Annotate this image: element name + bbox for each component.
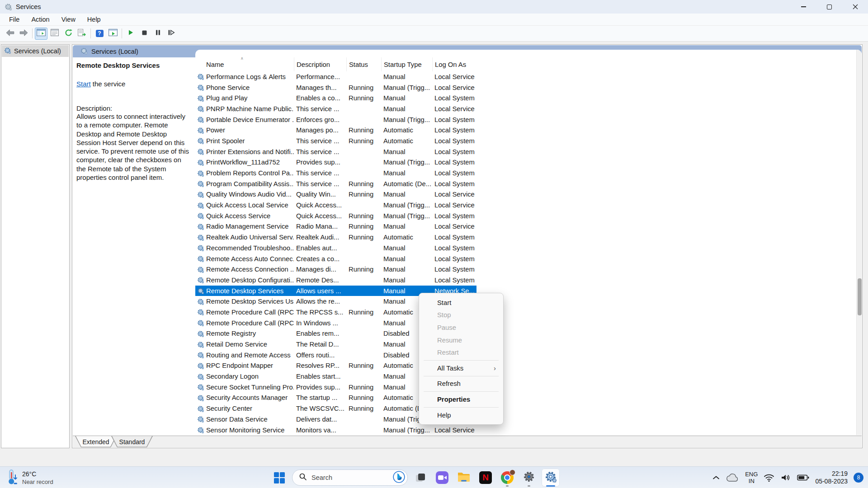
- onedrive-cloud-icon[interactable]: [726, 473, 739, 483]
- column-header-log-on-as[interactable]: Log On As: [432, 57, 476, 71]
- hidden-icons-chevron-icon[interactable]: [712, 475, 720, 480]
- column-header-status[interactable]: Status: [346, 57, 381, 71]
- service-gear-icon: [195, 427, 205, 433]
- service-row[interactable]: Problem Reports Control Pa...This servic…: [195, 168, 476, 178]
- service-description: Provides sup...: [294, 159, 346, 166]
- service-row[interactable]: Printer Extensions and Notifi...This ser…: [195, 146, 476, 157]
- service-row[interactable]: PrintWorkflow_111ad752Provides sup...Man…: [195, 157, 476, 168]
- service-name: Sensor Monitoring Service: [205, 427, 294, 434]
- stop-service-icon: [142, 29, 147, 38]
- service-log-on-as: Local System: [432, 159, 476, 166]
- service-description: Quality Win...: [294, 191, 346, 198]
- service-row[interactable]: Performance Logs & AlertsPerformance...M…: [195, 71, 476, 82]
- export-list-button[interactable]: [75, 28, 88, 40]
- menu-view[interactable]: View: [56, 14, 81, 25]
- service-row[interactable]: PNRP Machine Name Public...This service …: [195, 103, 476, 114]
- service-row[interactable]: Quick Access ServiceQuick Access...Runni…: [195, 211, 476, 221]
- settings-button[interactable]: [520, 469, 538, 487]
- notification-badge[interactable]: 8: [854, 473, 863, 483]
- service-row[interactable]: Remote Access Connection ...Manages di..…: [195, 264, 476, 275]
- context-menu-item-properties[interactable]: Properties: [419, 393, 503, 406]
- pause-service-button[interactable]: [151, 28, 164, 40]
- tab-extended[interactable]: Extended: [75, 436, 117, 447]
- tab-label: Extended: [75, 436, 117, 447]
- context-menu-item-start[interactable]: Start: [419, 296, 503, 309]
- service-row[interactable]: Recommended Troubleshoo...Enables aut...…: [195, 243, 476, 253]
- battery-icon[interactable]: [797, 474, 809, 481]
- service-row[interactable]: Program Compatibility Assis...This servi…: [195, 178, 476, 189]
- menu-file[interactable]: File: [3, 14, 25, 25]
- tree-item-services-local[interactable]: Services (Local): [2, 45, 69, 57]
- language-line2: IN: [749, 478, 755, 484]
- service-gear-icon: [195, 362, 205, 369]
- column-header-name[interactable]: ∧Name: [195, 57, 294, 71]
- column-header-label: Startup Type: [384, 61, 422, 68]
- file-explorer-button[interactable]: [455, 469, 473, 487]
- services-button[interactable]: [542, 469, 560, 487]
- show-tree-button[interactable]: [35, 28, 47, 40]
- volume-icon[interactable]: [780, 473, 791, 482]
- scrollbar-thumb[interactable]: [858, 278, 862, 315]
- forward-arrow-button[interactable]: [17, 28, 30, 40]
- context-menu-item-label: Start: [437, 299, 451, 306]
- maximize-button[interactable]: [816, 0, 842, 14]
- service-description: Quick Access...: [294, 202, 346, 209]
- start-service-link[interactable]: Start: [76, 80, 91, 88]
- chat-button[interactable]: [433, 469, 451, 487]
- help-button[interactable]: ?: [93, 28, 106, 40]
- service-gear-icon: [195, 277, 205, 283]
- extended-view-button[interactable]: [107, 28, 119, 40]
- menu-help[interactable]: Help: [81, 14, 107, 25]
- context-menu-item-help[interactable]: Help: [419, 409, 503, 422]
- tab-standard[interactable]: Standard: [111, 436, 153, 447]
- properties-window-button[interactable]: [48, 28, 61, 40]
- service-status: Running: [346, 223, 381, 230]
- service-row[interactable]: Plug and PlayEnables a co...RunningManua…: [195, 93, 476, 103]
- back-arrow-button[interactable]: [4, 28, 16, 40]
- context-menu-item-refresh[interactable]: Refresh: [419, 378, 503, 390]
- minimize-button[interactable]: [791, 0, 816, 14]
- column-header-startup-type[interactable]: Startup Type: [381, 57, 432, 71]
- start-button[interactable]: [270, 469, 288, 487]
- weather-widget[interactable]: 26°C Near record: [6, 469, 53, 487]
- service-row[interactable]: Realtek Audio Universal Serv...Realtek A…: [195, 232, 476, 243]
- service-name: Secondary Logon: [205, 373, 294, 380]
- column-header-description[interactable]: Description: [294, 57, 346, 71]
- service-gear-icon: [195, 170, 205, 177]
- service-description: Remote Des...: [294, 277, 346, 284]
- start-service-button[interactable]: [124, 28, 137, 40]
- service-startup-type: Manual: [381, 255, 432, 263]
- service-row[interactable]: PowerManages po...RunningAutomaticLocal …: [195, 125, 476, 136]
- context-menu-item-all-tasks[interactable]: All Tasks›: [419, 362, 503, 375]
- task-view-icon: [415, 472, 426, 483]
- service-row[interactable]: Phone ServiceManages th...RunningManual …: [195, 82, 476, 93]
- service-row[interactable]: Quality Windows Audio Vid...Quality Win.…: [195, 189, 476, 200]
- language-indicator[interactable]: ENG IN: [745, 471, 758, 484]
- service-row[interactable]: Remote Desktop Configurati...Remote Des.…: [195, 275, 476, 286]
- vertical-scrollbar[interactable]: [856, 50, 862, 435]
- service-row[interactable]: Print SpoolerThis service ...RunningAuto…: [195, 136, 476, 146]
- service-row[interactable]: Quick Access Local ServiceQuick Access..…: [195, 200, 476, 211]
- clock[interactable]: 22:19 05-08-2023: [815, 470, 848, 485]
- task-view-button[interactable]: [411, 469, 429, 487]
- close-button[interactable]: [842, 0, 868, 14]
- netflix-button[interactable]: N: [476, 469, 495, 487]
- search-input[interactable]: Search: [292, 469, 408, 486]
- stop-service-button[interactable]: [138, 28, 151, 40]
- services-gear-icon: [5, 3, 12, 10]
- service-row[interactable]: Portable Device Enumerator ...Enforces g…: [195, 114, 476, 125]
- wifi-icon[interactable]: [764, 473, 774, 482]
- service-row[interactable]: Sensor Monitoring ServiceMonitors va...M…: [195, 425, 476, 436]
- service-name: Remote Access Auto Connec...: [205, 255, 294, 263]
- chrome-button[interactable]: [498, 469, 516, 487]
- refresh-button[interactable]: [62, 28, 75, 40]
- service-name: Sensor Data Service: [205, 416, 294, 423]
- menu-action[interactable]: Action: [25, 14, 55, 25]
- service-gear-icon: [195, 416, 205, 422]
- service-description: This service ...: [294, 148, 346, 155]
- service-row[interactable]: Radio Management ServiceRadio Mana...Run…: [195, 221, 476, 232]
- service-row[interactable]: Remote Access Auto Connec...Creates a co…: [195, 253, 476, 264]
- service-description: Manages th...: [294, 84, 346, 91]
- column-header-label: Status: [349, 61, 368, 68]
- restart-service-button[interactable]: [165, 28, 178, 40]
